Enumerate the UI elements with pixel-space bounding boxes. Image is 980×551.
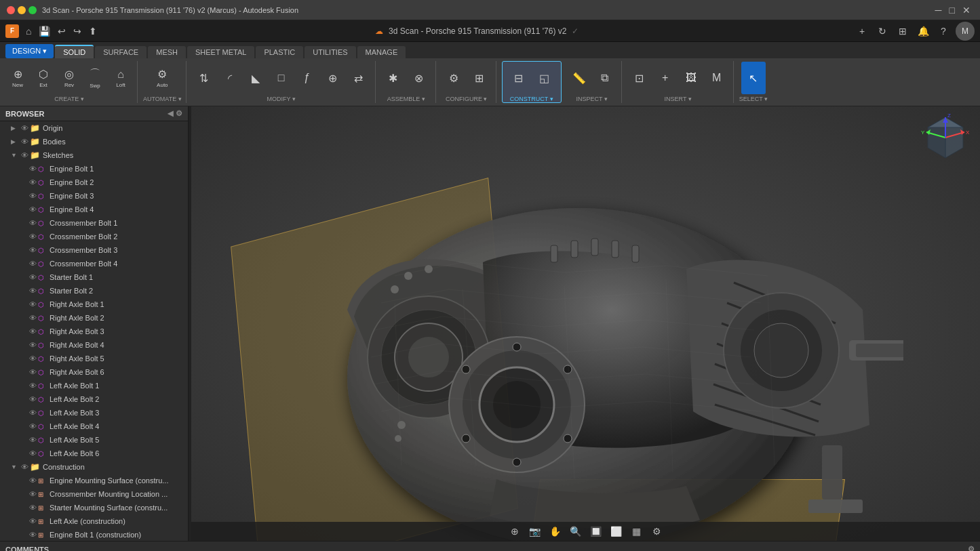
user-avatar[interactable]: M: [956, 22, 975, 41]
insert-mesh-btn[interactable]: ⊡: [627, 62, 652, 94]
configure-btn[interactable]: ⚙: [442, 62, 466, 94]
em-eye[interactable]: 👁: [27, 476, 38, 485]
browser-item-starter-mounting[interactable]: ▶ 👁 ⊞ Starter Mounting Surface (constru.…: [0, 501, 188, 514]
comments-settings-icon[interactable]: ⚙: [968, 545, 975, 551]
joint-btn[interactable]: ✱: [381, 62, 406, 94]
browser-item-right-axle-bolt-4[interactable]: ▶ 👁 ⬡ Right Axle Bolt 4: [0, 338, 188, 352]
lac-eye[interactable]: 👁: [27, 517, 38, 525]
camera-btn[interactable]: 📷: [527, 523, 543, 539]
rab1-eye[interactable]: 👁: [27, 300, 38, 308]
browser-item-left-axle-construction[interactable]: ▶ 👁 ⊞ Left Axle (construction): [0, 514, 188, 528]
insert-decal-btn[interactable]: 🖼: [679, 62, 703, 94]
insert-svg-btn[interactable]: +: [653, 62, 678, 94]
lab3-eye[interactable]: 👁: [27, 409, 38, 417]
tab-plastic[interactable]: PLASTIC: [256, 46, 303, 58]
combine-btn[interactable]: ⊕: [321, 62, 345, 94]
browser-item-starter-bolt-1[interactable]: ▶ 👁 ⬡ Starter Bolt 1: [0, 270, 188, 284]
add-tab-btn[interactable]: +: [854, 23, 870, 39]
browser-item-left-axle-bolt-2[interactable]: ▶ 👁 ⬡ Left Axle Bolt 2: [0, 392, 188, 406]
window-max-btn[interactable]: [28, 6, 37, 14]
browser-item-engine-bolt-2[interactable]: ▶ 👁 ⬡ Engine Bolt 2: [0, 176, 188, 189]
browser-item-crossmember-bolt-2[interactable]: ▶ 👁 ⬡ Crossmember Bolt 2: [0, 230, 188, 243]
replace-btn[interactable]: ⇄: [347, 62, 371, 94]
browser-item-crossmember-bolt-3[interactable]: ▶ 👁 ⬡ Crossmember Bolt 3: [0, 243, 188, 257]
origin-eye[interactable]: 👁: [19, 124, 30, 132]
browser-item-right-axle-bolt-3[interactable]: ▶ 👁 ⬡ Right Axle Bolt 3: [0, 325, 188, 338]
eb3-eye[interactable]: 👁: [27, 192, 38, 200]
browser-item-crossmember-mounting[interactable]: ▶ 👁 ⊞ Crossmember Mounting Location ...: [0, 487, 188, 501]
lab5-eye[interactable]: 👁: [27, 436, 38, 444]
fillet-btn[interactable]: ◜: [218, 62, 242, 94]
cb2-eye[interactable]: 👁: [27, 232, 38, 241]
undo-icon[interactable]: ↩: [55, 24, 68, 38]
bodies-eye[interactable]: 👁: [19, 138, 30, 146]
browser-item-engine-mounting[interactable]: ▶ 👁 ⊞ Engine Mounting Surface (constru..…: [0, 474, 188, 487]
lab2-eye[interactable]: 👁: [27, 395, 38, 403]
save-icon[interactable]: 💾: [36, 24, 53, 38]
browser-item-construction[interactable]: ▼ 👁 📁 Construction: [0, 460, 188, 474]
orbit-btn[interactable]: ⊕: [507, 523, 523, 539]
browser-item-left-axle-bolt-4[interactable]: ▶ 👁 ⬡ Left Axle Bolt 4: [0, 420, 188, 433]
browser-item-bodies[interactable]: ▶ 👁 📁 Bodies: [0, 135, 188, 148]
sm-eye[interactable]: 👁: [27, 504, 38, 512]
window-min-btn[interactable]: [18, 6, 26, 14]
browser-item-left-axle-bolt-5[interactable]: ▶ 👁 ⬡ Left Axle Bolt 5: [0, 433, 188, 447]
browser-settings-icon[interactable]: ⚙: [176, 109, 182, 118]
browser-item-left-axle-bolt-3[interactable]: ▶ 👁 ⬡ Left Axle Bolt 3: [0, 406, 188, 420]
refresh-btn[interactable]: ↻: [874, 23, 890, 39]
orientation-gizmo[interactable]: X Y Z: [921, 113, 970, 162]
browser-item-engine-bolt-4[interactable]: ▶ 👁 ⬡ Engine Bolt 4: [0, 203, 188, 216]
minimize-icon[interactable]: ─: [933, 5, 945, 16]
browser-item-left-axle-bolt-1[interactable]: ▶ 👁 ⬡ Left Axle Bolt 1: [0, 379, 188, 392]
display-mode-btn[interactable]: ⬜: [608, 523, 625, 539]
browser-item-left-axle-bolt-6[interactable]: ▶ 👁 ⬡ Left Axle Bolt 6: [0, 447, 188, 460]
design-button[interactable]: DESIGN ▾: [5, 44, 54, 58]
close-icon[interactable]: ✕: [960, 5, 973, 16]
angle-plane-btn[interactable]: ◱: [532, 62, 557, 94]
cm-eye[interactable]: 👁: [27, 490, 38, 498]
extrude-btn[interactable]: ⬡ Ext: [31, 62, 56, 94]
eb4-eye[interactable]: 👁: [27, 205, 38, 213]
viewport[interactable]: X Y Z ⊕ 📷 ✋ 🔍 🔲 ⬜ ▦ ⚙: [191, 106, 980, 541]
window-close-btn[interactable]: [7, 6, 15, 14]
shell-btn[interactable]: □: [269, 62, 294, 94]
environment-btn[interactable]: ⚙: [649, 523, 665, 539]
offset-plane-btn[interactable]: ⊟: [507, 62, 531, 94]
browser-item-engine-bolt-1[interactable]: ▶ 👁 ⬡ Engine Bolt 1: [0, 162, 188, 176]
ebc-eye[interactable]: 👁: [27, 531, 38, 539]
help-btn[interactable]: ?: [935, 23, 952, 39]
revolve-btn[interactable]: ◎ Rev: [57, 62, 81, 94]
cb3-eye[interactable]: 👁: [27, 246, 38, 254]
configure2-btn[interactable]: ⊞: [467, 62, 492, 94]
browser-left-arrow[interactable]: ◀: [168, 109, 173, 118]
browser-item-crossmember-bolt-1[interactable]: ▶ 👁 ⬡ Crossmember Bolt 1: [0, 216, 188, 230]
new-component-btn[interactable]: ⊕ New: [5, 62, 30, 94]
automate-btn[interactable]: ⚙ Auto: [150, 62, 174, 94]
tab-mesh[interactable]: MESH: [148, 46, 186, 58]
rab6-eye[interactable]: 👁: [27, 368, 38, 376]
analysis-btn[interactable]: ⧉: [593, 62, 617, 94]
tab-sheet-metal[interactable]: SHEET METAL: [187, 46, 254, 58]
press-pull-btn[interactable]: ⇅: [192, 62, 216, 94]
lab1-eye[interactable]: 👁: [27, 382, 38, 390]
function-btn[interactable]: ƒ: [295, 62, 319, 94]
browser-item-right-axle-bolt-6[interactable]: ▶ 👁 ⬡ Right Axle Bolt 6: [0, 365, 188, 379]
construction-eye[interactable]: 👁: [19, 463, 30, 471]
browser-item-crossmember-bolt-4[interactable]: ▶ 👁 ⬡ Crossmember Bolt 4: [0, 257, 188, 270]
sb2-eye[interactable]: 👁: [27, 287, 38, 295]
motion-link-btn[interactable]: ⊗: [407, 62, 431, 94]
maximize-icon[interactable]: □: [947, 5, 958, 16]
browser-item-right-axle-bolt-1[interactable]: ▶ 👁 ⬡ Right Axle Bolt 1: [0, 298, 188, 311]
browser-item-engine-bolt-1-construction[interactable]: ▶ 👁 ⊞ Engine Bolt 1 (construction): [0, 528, 188, 541]
browser-item-starter-bolt-2[interactable]: ▶ 👁 ⬡ Starter Bolt 2: [0, 284, 188, 298]
tab-utilities[interactable]: UTILITIES: [305, 46, 355, 58]
rab2-eye[interactable]: 👁: [27, 314, 38, 322]
browser-item-sketches[interactable]: ▼ 👁 📁 Sketches: [0, 148, 188, 162]
eb1-eye[interactable]: 👁: [27, 165, 38, 173]
sketches-eye[interactable]: 👁: [19, 151, 30, 159]
browser-item-origin[interactable]: ▶ 👁 📁 Origin: [0, 121, 188, 135]
rab4-eye[interactable]: 👁: [27, 341, 38, 349]
browser-item-right-axle-bolt-2[interactable]: ▶ 👁 ⬡ Right Axle Bolt 2: [0, 311, 188, 325]
cb4-eye[interactable]: 👁: [27, 260, 38, 268]
grid-view-btn[interactable]: ⊞: [895, 23, 911, 39]
